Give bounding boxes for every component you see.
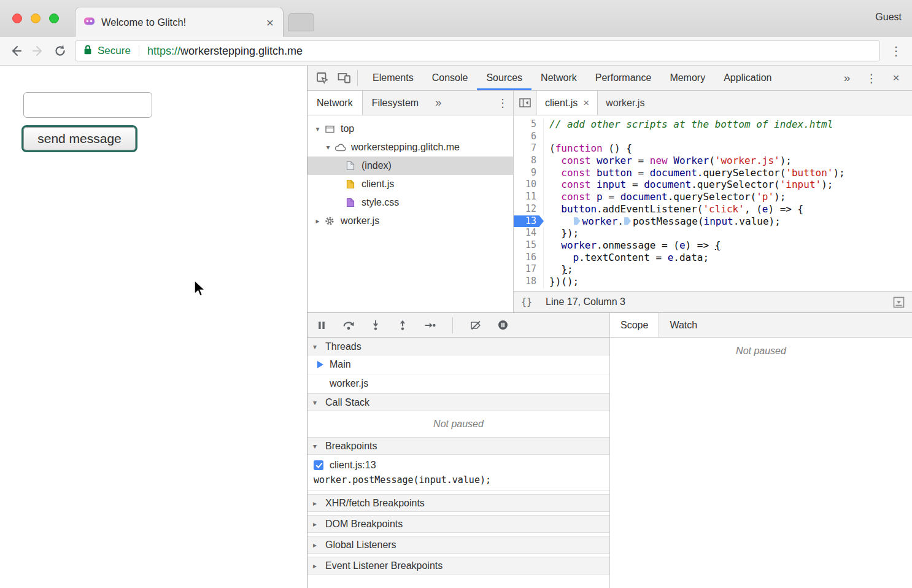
line-number[interactable]: 13 (514, 215, 544, 228)
tree-item-client-js[interactable]: client.js (307, 175, 513, 193)
navigator-tab-filesystem[interactable]: Filesystem (363, 91, 428, 115)
line-number[interactable]: 6 (514, 131, 544, 143)
close-window-button[interactable] (12, 14, 22, 23)
devtools-tab-performance[interactable]: Performance (586, 66, 661, 90)
line-number[interactable]: 14 (514, 227, 544, 239)
thread-label: worker.js (330, 378, 368, 389)
sidebar-tab-scope[interactable]: Scope (610, 313, 659, 337)
line-number[interactable]: 16 (514, 252, 544, 264)
forward-button[interactable] (27, 40, 49, 62)
section-call-stack[interactable]: ▾ Call Stack (307, 393, 609, 411)
breakpoint-checkbox[interactable] (314, 460, 323, 470)
thread-worker-js[interactable]: worker.js (307, 374, 609, 393)
deactivate-breakpoints-button[interactable] (470, 320, 482, 330)
devtools-tabs: ElementsConsoleSourcesNetworkPerformance… (363, 66, 781, 90)
pause-button[interactable] (315, 320, 328, 330)
tree-item-index[interactable]: (index) (307, 157, 513, 175)
devtools-tab-elements[interactable]: Elements (363, 66, 423, 90)
close-devtools-button[interactable]: × (884, 66, 908, 90)
tree-item-label: top (341, 123, 354, 134)
line-number[interactable]: 10 (514, 179, 544, 191)
toggle-drawer-button[interactable] (893, 296, 905, 308)
zoom-window-button[interactable] (49, 14, 59, 23)
inline-breakpoint-marker[interactable] (624, 217, 631, 225)
section-global-listeners[interactable]: ▸Global Listeners (307, 536, 609, 554)
navigator-more-tabs-button[interactable]: » (428, 91, 449, 115)
tree-item-workerstepping-glitch-me[interactable]: ▾workerstepping.glitch.me (307, 138, 513, 157)
devtools-tab-network[interactable]: Network (531, 66, 586, 90)
more-tabs-button[interactable]: » (835, 66, 859, 90)
pause-on-exceptions-icon (498, 320, 508, 330)
pause-on-exceptions-button[interactable] (497, 320, 509, 330)
document-icon (344, 161, 357, 171)
close-tab-icon[interactable]: × (265, 16, 275, 29)
tree-item-label: style.css (361, 197, 399, 208)
breakpoint-entry[interactable]: client.js:13 worker.postMessage(input.va… (307, 455, 609, 491)
cloud-icon (333, 144, 347, 152)
editor-tab-worker-js[interactable]: worker.js (598, 91, 652, 115)
navigator-menu-button[interactable]: ⋮ (492, 91, 513, 115)
back-button[interactable] (5, 40, 27, 62)
inline-breakpoint-marker[interactable] (574, 217, 581, 225)
sidebar-tab-watch[interactable]: Watch (659, 313, 708, 337)
devtools-tab-application[interactable]: Application (714, 66, 781, 90)
devtools-panel: ElementsConsoleSourcesNetworkPerformance… (307, 66, 912, 588)
reload-button[interactable] (49, 40, 71, 62)
scope-status: Not paused (610, 346, 912, 357)
editor-tab-label: client.js (545, 98, 578, 109)
devtools-tab-sources[interactable]: Sources (477, 66, 531, 90)
step-out-button[interactable] (396, 320, 409, 330)
devtools-tab-console[interactable]: Console (423, 66, 477, 90)
message-input[interactable] (23, 92, 152, 118)
send-message-button[interactable]: send message (23, 127, 136, 150)
browser-window: Welcome to Glitch! × Guest Secure https:… (0, 0, 912, 588)
step-into-button[interactable] (369, 320, 382, 330)
toggle-navigator-button[interactable] (514, 91, 537, 115)
section-threads[interactable]: ▾ Threads (307, 338, 609, 355)
titlebar: Welcome to Glitch! × Guest (0, 0, 912, 37)
step-over-button[interactable] (342, 320, 355, 330)
line-number[interactable]: 17 (514, 263, 544, 276)
line-number[interactable]: 8 (514, 155, 544, 167)
thread-main[interactable]: Main (307, 355, 609, 374)
editor-tabs: client.js×worker.js (537, 91, 652, 115)
devtools-tab-memory[interactable]: Memory (660, 66, 714, 90)
address-bar[interactable]: Secure https://workerstepping.glitch.me (75, 41, 880, 61)
line-number[interactable]: 5 (514, 118, 544, 131)
editor-tab-client-js[interactable]: client.js× (537, 91, 598, 115)
tree-item-top[interactable]: ▾top (307, 120, 513, 138)
browser-tab[interactable]: Welcome to Glitch! × (75, 7, 284, 37)
tab-stub[interactable] (288, 13, 314, 31)
line-number[interactable]: 11 (514, 191, 544, 203)
line-number[interactable]: 7 (514, 142, 544, 155)
code-view[interactable]: 5// add other scripts at the bottom of i… (514, 115, 912, 291)
navigator-tab-network[interactable]: Network (307, 91, 363, 115)
tree-item-label: workerstepping.glitch.me (351, 142, 460, 153)
debugger-pane: ▾ Threads Mainworker.js ▾ Call Stack Not… (307, 313, 610, 588)
call-stack-status: Not paused (307, 411, 609, 437)
section-breakpoints[interactable]: ▾ Breakpoints (307, 437, 609, 455)
device-toolbar-button[interactable] (333, 66, 355, 90)
pretty-print-button[interactable]: {} (521, 296, 532, 308)
step-icon (424, 320, 436, 330)
line-number[interactable]: 18 (514, 276, 544, 288)
line-number[interactable]: 9 (514, 167, 544, 179)
tree-item-style-css[interactable]: style.css (307, 193, 513, 212)
inspect-icon (316, 72, 329, 85)
step-button[interactable] (423, 320, 436, 330)
code-line: 14 }); (514, 227, 912, 239)
code-text: // add other scripts at the bottom of in… (544, 118, 833, 131)
section-dom-breakpoints[interactable]: ▸DOM Breakpoints (307, 515, 609, 533)
section-event-listener-breakpoints[interactable]: ▸Event Listener Breakpoints (307, 557, 609, 574)
line-number[interactable]: 15 (514, 239, 544, 252)
browser-menu-button[interactable]: ⋮ (885, 40, 907, 62)
tree-item-worker-js[interactable]: ▸worker.js (307, 212, 513, 230)
devtools-menu-button[interactable]: ⋮ (859, 66, 884, 90)
section-xhr-fetch-breakpoints[interactable]: ▸XHR/fetch Breakpoints (307, 494, 609, 512)
code-text: const worker = new Worker('worker.js'); (544, 155, 792, 167)
close-tab-icon[interactable]: × (583, 97, 589, 109)
page-content: send message (0, 66, 307, 588)
inspect-button[interactable] (311, 66, 333, 90)
minimize-window-button[interactable] (31, 14, 41, 23)
line-number[interactable]: 12 (514, 203, 544, 215)
